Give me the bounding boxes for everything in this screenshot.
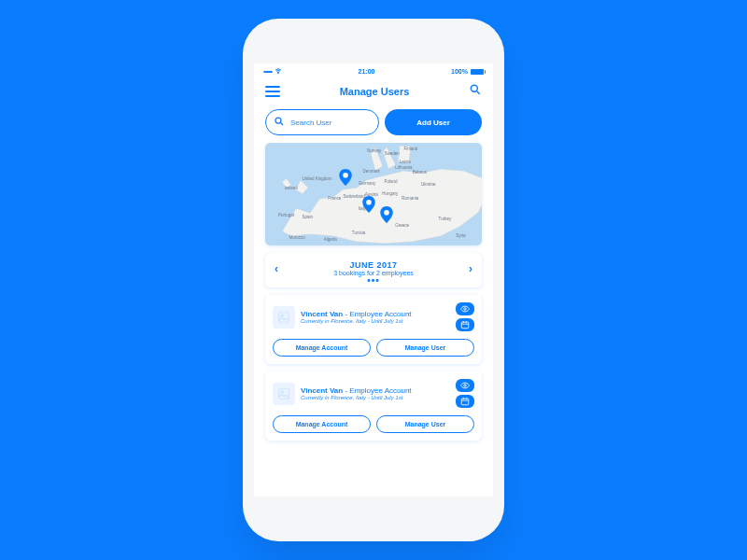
menu-icon[interactable] [265,86,280,97]
svg-point-18 [464,385,467,387]
svg-point-3 [275,118,281,123]
map-label: Hungary [382,191,398,196]
month-label: JUNE 2017 [333,260,414,270]
search-field[interactable] [265,109,379,135]
svg-point-17 [281,391,283,393]
avatar [273,383,295,405]
svg-rect-12 [461,322,469,329]
map-pin-icon[interactable] [339,169,352,189]
map-label: Turkey [439,217,452,221]
user-name: Vincent Van - Employee Account [301,310,450,318]
map-label: Lithuania [395,165,412,170]
svg-point-8 [384,210,389,216]
map-label: Belarus [413,170,427,175]
svg-point-0 [278,73,279,74]
status-left: ••••• [263,67,282,76]
svg-point-11 [464,308,467,311]
map-label: Tunisia [352,231,365,235]
battery-icon [471,69,484,75]
manage-account-button[interactable]: Manage Account [273,339,371,357]
avatar [273,306,295,329]
user-card: Vincent Van - Employee Account Currently… [265,295,482,364]
calendar-button[interactable] [456,318,474,331]
map-pin-icon[interactable] [362,196,375,217]
month-center: JUNE 2017 3 bookings for 2 employees [333,260,414,276]
prev-month-button[interactable]: ‹ [275,262,278,275]
map[interactable]: United Kingdom Ireland Norway Sweden Fin… [265,143,482,245]
map-label: Denmark [362,169,379,174]
map-card: United Kingdom Ireland Norway Sweden Fin… [265,143,482,245]
map-label: Greece [395,223,409,228]
map-label: Latvia [400,160,411,164]
search-input[interactable] [290,119,371,127]
user-card: Vincent Van - Employee Account Currently… [265,371,482,441]
map-label: Romania [402,196,418,201]
map-label: Algeria [324,237,337,242]
map-label: Ireland [285,186,298,190]
action-row: Add User [254,109,493,143]
status-time: 21:00 [359,68,375,75]
map-label: Sweden [385,151,400,156]
manage-user-button[interactable]: Manage User [376,415,474,433]
phone-frame: ••••• 21:00 100% Manage Users [243,19,504,541]
user-status: Currently in Florence, Italy - Until Jul… [301,395,450,400]
wifi-icon [275,67,282,76]
map-label: Germany [359,181,376,186]
user-status: Currently in Florence, Italy - Until Jul… [301,318,450,324]
manage-account-button[interactable]: Manage Account [273,415,371,433]
search-icon-small [274,114,285,131]
svg-line-4 [281,123,284,126]
map-pin-icon[interactable] [380,206,393,227]
status-right: 100% [451,68,484,75]
svg-point-1 [471,85,477,91]
map-label: Syria [456,233,465,238]
map-label: Switzerland [344,194,365,199]
map-label: Ukraine [421,182,436,187]
map-label: France [328,196,341,201]
calendar-button[interactable] [456,395,474,408]
header: Manage Users [254,77,493,109]
map-label: Poland [385,179,398,184]
signal-icon: ••••• [263,67,272,76]
map-label: Portugal [278,213,294,217]
svg-point-10 [281,315,283,316]
manage-user-button[interactable]: Manage User [376,339,474,357]
battery-percent: 100% [451,68,468,75]
month-card: ‹ JUNE 2017 3 bookings for 2 employees ›… [265,253,482,287]
svg-point-6 [343,172,348,177]
map-label: Norway [367,148,381,153]
svg-point-7 [367,200,373,205]
map-label: Morocco [289,235,305,240]
add-user-button[interactable]: Add User [385,109,482,135]
search-icon[interactable] [469,83,482,100]
map-label: Finland [403,147,417,151]
svg-rect-19 [461,399,469,405]
svg-line-2 [477,91,480,94]
content: United Kingdom Ireland Norway Sweden Fin… [254,143,493,497]
screen: ••••• 21:00 100% Manage Users [254,63,493,497]
map-label: United Kingdom [302,176,331,181]
status-bar: ••••• 21:00 100% [254,63,493,77]
map-label: Spain [302,215,313,219]
view-button[interactable] [456,302,474,315]
user-name: Vincent Van - Employee Account [301,386,450,395]
next-month-button[interactable]: › [469,262,472,275]
more-icon[interactable]: ••• [367,275,380,286]
page-title: Manage Users [340,86,410,97]
view-button[interactable] [456,379,474,392]
